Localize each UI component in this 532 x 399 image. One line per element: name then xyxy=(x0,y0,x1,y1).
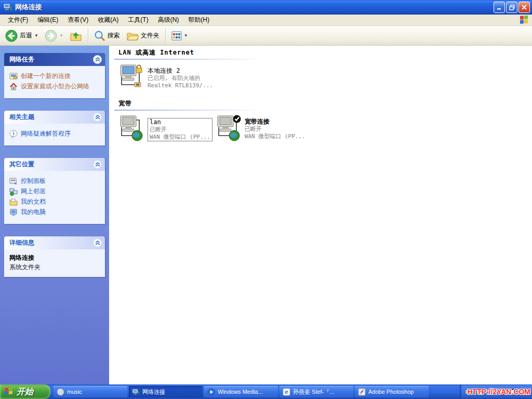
section-details-header[interactable]: 详细信息 xyxy=(4,236,105,249)
task-pane: 网络任务 创建一个新的连接 xyxy=(0,46,109,385)
taskbar-button-music[interactable]: music xyxy=(54,386,127,397)
connection-status: 已启用, 有防火墙的 xyxy=(148,75,213,82)
link-my-documents[interactable]: 我的文档 xyxy=(9,198,102,206)
broadband-group-items: lan 已断开 WAN 微型端口 (PP... xyxy=(118,115,532,142)
menu-edit[interactable]: 编辑(E) xyxy=(33,15,63,25)
link-network-places[interactable]: 网上邻居 xyxy=(9,188,102,196)
section-network-tasks-body: 创建一个新的连接 设置家庭或小型办公网络 xyxy=(4,66,105,98)
link-create-new-connection[interactable]: 创建一个新的连接 xyxy=(9,72,102,81)
group-rule xyxy=(114,110,264,111)
connection-broadband[interactable]: 宽带连接 已断开 WAN 微型端口 (PP... xyxy=(216,115,305,142)
taskbar-button-windows-media[interactable]: Windows Media... xyxy=(204,386,278,397)
connection-name: lan xyxy=(150,118,210,126)
taskbar-button-network-connections[interactable]: 网络连接 xyxy=(129,386,203,397)
lan-connection-icon xyxy=(118,64,144,91)
connection-text: 宽带连接 已断开 WAN 微型端口 (PP... xyxy=(245,118,305,140)
link-label: 我的电脑 xyxy=(21,208,46,217)
control-panel-icon xyxy=(9,177,18,185)
menu-view[interactable]: 查看(V) xyxy=(63,15,93,25)
collapse-chevron-icon[interactable] xyxy=(93,160,102,169)
menu-file[interactable]: 文件(F) xyxy=(3,15,33,25)
menu-favorites[interactable]: 收藏(A) xyxy=(93,15,123,25)
taskbar: 开始 music 网络连接 xyxy=(0,384,532,399)
forward-icon xyxy=(45,30,57,42)
section-title: 其它位置 xyxy=(9,160,34,169)
connection-text-selected: lan 已断开 WAN 微型端口 (PP... xyxy=(148,118,212,141)
window-body: 网络任务 创建一个新的连接 xyxy=(0,46,532,385)
link-label: 网络疑难解答程序 xyxy=(21,130,71,138)
folders-label: 文件夹 xyxy=(141,31,159,40)
section-details-body: 网络连接 系统文件夹 xyxy=(4,249,105,277)
restore-button[interactable] xyxy=(506,2,517,13)
menu-help[interactable]: 帮助(H) xyxy=(183,15,214,25)
group-title-lan: LAN 或高速 Internet xyxy=(118,48,532,57)
network-connections-window: 网络连接 文件(F) 编辑(E xyxy=(0,0,532,385)
section-see-also-body: i 网络疑难解答程序 xyxy=(4,124,105,145)
broadband-connection-icon xyxy=(216,115,242,142)
folders-button[interactable]: 文件夹 xyxy=(123,29,163,43)
link-label: 控制面板 xyxy=(21,177,46,185)
collapse-chevron-icon[interactable] xyxy=(93,55,102,64)
views-icon xyxy=(171,31,182,41)
minimize-button[interactable] xyxy=(494,2,505,13)
connection-name: 本地连接 2 xyxy=(148,67,213,75)
section-title: 网络任务 xyxy=(9,55,34,64)
window-title: 网络连接 xyxy=(15,3,494,12)
windows-logo xyxy=(518,15,530,25)
link-my-computer[interactable]: 我的电脑 xyxy=(9,208,102,217)
task-label: Windows Media... xyxy=(218,389,263,395)
collapse-chevron-icon[interactable] xyxy=(93,238,102,247)
folders-icon xyxy=(126,31,139,41)
close-icon xyxy=(522,5,527,10)
start-label: 开始 xyxy=(17,387,33,397)
up-button[interactable] xyxy=(66,29,85,43)
network-connections-icon xyxy=(3,3,12,12)
link-network-troubleshooter[interactable]: i 网络疑难解答程序 xyxy=(9,130,102,138)
system-tray: ? HTTP://2YAN.COM xyxy=(460,384,532,399)
taskbar-button-photoshop[interactable]: Adobe Photoshop xyxy=(355,386,429,397)
details-folder-name: 网络连接 xyxy=(9,254,102,262)
link-label: 设置家庭或小型办公网络 xyxy=(21,83,89,91)
views-button[interactable]: ▼ xyxy=(168,30,191,42)
internet-explorer-icon: e xyxy=(283,388,290,396)
link-label: 网上邻居 xyxy=(21,188,46,196)
link-control-panel[interactable]: 控制面板 xyxy=(9,177,102,185)
svg-text:i: i xyxy=(13,131,15,136)
close-button[interactable] xyxy=(518,2,530,13)
section-see-also-header[interactable]: 相关主题 xyxy=(4,111,105,124)
back-button[interactable]: 后退 ▼ xyxy=(2,28,42,44)
views-dropdown-icon[interactable]: ▼ xyxy=(184,33,188,38)
section-title: 相关主题 xyxy=(9,113,34,122)
connection-device: WAN 微型端口 (PP... xyxy=(150,134,210,141)
toolbar: 后退 ▼ ▼ xyxy=(0,26,532,46)
my-documents-icon xyxy=(9,198,18,206)
start-button[interactable]: 开始 xyxy=(0,384,50,399)
back-dropdown-icon[interactable]: ▼ xyxy=(34,33,38,38)
menubar: 文件(F) 编辑(E) 查看(V) 收藏(A) 工具(T) 高级(N) 帮助(H… xyxy=(0,15,532,26)
forward-button[interactable]: ▼ xyxy=(42,28,66,44)
connection-status: 已断开 xyxy=(150,126,210,134)
section-network-tasks-header[interactable]: 网络任务 xyxy=(4,53,105,66)
section-other-places-header[interactable]: 其它位置 xyxy=(4,158,105,171)
link-setup-home-network[interactable]: 设置家庭或小型办公网络 xyxy=(9,83,102,91)
broadband-connection-icon xyxy=(118,115,144,142)
folder-up-icon xyxy=(70,30,82,42)
connection-device: Realtek RTL8139/... xyxy=(148,82,213,89)
menu-tools[interactable]: 工具(T) xyxy=(123,15,153,25)
svg-text:e: e xyxy=(285,389,288,395)
home-network-icon xyxy=(9,83,18,91)
connection-lan-pppoe[interactable]: lan 已断开 WAN 微型端口 (PP... xyxy=(118,115,212,142)
details-folder-type: 系统文件夹 xyxy=(9,263,102,272)
folder-view: LAN 或高速 Internet xyxy=(109,46,532,385)
collapse-chevron-icon[interactable] xyxy=(93,113,102,122)
section-other-places: 其它位置 控制面板 xyxy=(4,158,105,224)
section-title: 详细信息 xyxy=(9,238,34,247)
taskbar-button-ie-page[interactable]: e 孙燕姿 Stef-『... xyxy=(280,386,353,397)
network-icon xyxy=(132,388,140,396)
menu-advanced[interactable]: 高级(N) xyxy=(153,15,184,25)
connection-name: 宽带连接 xyxy=(245,118,305,126)
connection-local-area-2[interactable]: 本地连接 2 已启用, 有防火墙的 Realtek RTL8139/... xyxy=(118,64,213,91)
task-buttons: music 网络连接 Windows Media... xyxy=(54,386,460,397)
search-button[interactable]: 搜索 xyxy=(91,29,123,43)
forward-dropdown-icon[interactable]: ▼ xyxy=(59,33,63,38)
